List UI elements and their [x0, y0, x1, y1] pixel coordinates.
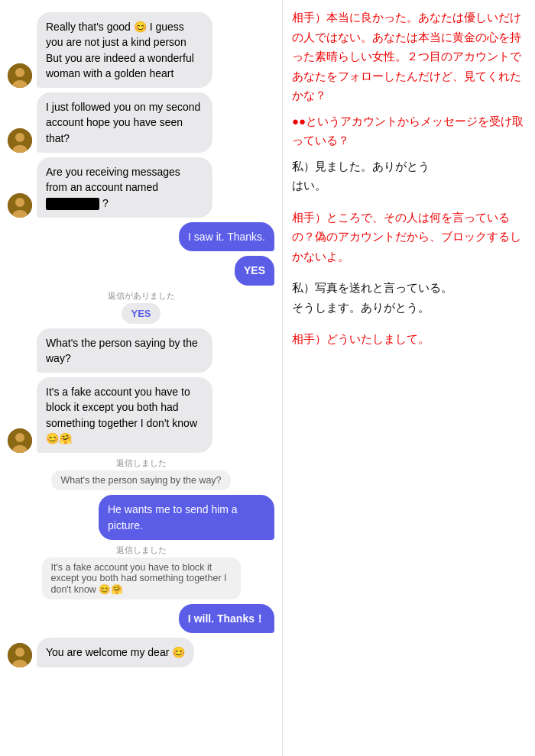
speaker-label: 相手） — [292, 11, 326, 24]
svg-point-13 — [15, 648, 24, 657]
message-row-4: I saw it. Thanks. — [8, 222, 274, 251]
svg-point-7 — [15, 198, 24, 207]
translation-text: そうします。ありがとう。 — [292, 301, 430, 314]
avatar — [8, 193, 32, 218]
translation-text: どういたしまして。 — [326, 332, 430, 345]
translation-text: ところで、その人は何を言っているの？偽のアカウントだから、ブロックするしかないよ… — [292, 211, 521, 263]
question-mark: ? — [102, 197, 109, 209]
message-bubble-yes: YES — [235, 256, 274, 285]
reply-label-3: 返信しました — [8, 544, 274, 556]
reply-label: 返信がありました — [8, 290, 274, 302]
reply-quoted-section-2: It's a fake account you have to block it… — [8, 557, 274, 599]
translation-text: はい。 — [292, 179, 326, 192]
svg-point-10 — [15, 433, 24, 442]
reply-quoted-section: What's the person saying by the way? — [8, 470, 274, 490]
speaker-label: 相手） — [292, 332, 326, 345]
message-bubble: Really that's good 😊 I guess you are not… — [37, 12, 212, 88]
message-row-6: What's the person saying by the way? — [8, 328, 274, 373]
message-row-2: I just followed you on my second account… — [8, 92, 274, 153]
avatar — [8, 128, 32, 153]
message-bubble: What's the person saying by the way? — [37, 328, 212, 373]
redacted-block — [46, 198, 99, 210]
message-row-7: It's a fake account you have to block it… — [8, 377, 274, 453]
speaker-label: 私） — [292, 281, 315, 294]
translation-line-5: 相手）ところで、その人は何を言っているの？偽のアカウントだから、ブロックするしか… — [292, 208, 526, 267]
message-row-5: YES — [8, 256, 274, 285]
message-bubble: I saw it. Thanks. — [179, 222, 274, 251]
translation-text: 写真を送れと言っている。 — [315, 281, 452, 294]
reply-label-2: 返信しました — [8, 457, 274, 469]
svg-point-4 — [15, 133, 24, 142]
message-bubble: It's a fake account you have to block it… — [37, 377, 212, 453]
translation-line-8: 相手）どういたしまして。 — [292, 329, 526, 349]
translation-text: ●●というアカウントからメッセージを受け取っている？ — [292, 115, 524, 147]
translation-line-1: 相手）本当に良かった。あなたは優しいだけの人ではない。あなたは本当に黄金の心を持… — [292, 8, 526, 105]
chat-panel: Really that's good 😊 I guess you are not… — [0, 0, 283, 756]
reply-quoted-msg-2: It's a fake account you have to block it… — [42, 557, 241, 599]
svg-point-1 — [15, 68, 24, 77]
message-row-1: Really that's good 😊 I guess you are not… — [8, 12, 274, 88]
reply-yes-bubble: YES — [122, 303, 160, 324]
translation-line-3: 私）見ました。ありがとう — [292, 157, 526, 176]
speaker-label: 私） — [292, 160, 315, 173]
message-bubble-redacted: Are you receiving messages from an accou… — [37, 157, 212, 218]
message-bubble: He wants me to send him a picture. — [99, 495, 274, 540]
avatar — [8, 643, 32, 667]
speaker-label: 相手） — [292, 211, 326, 224]
translation-line-7: そうします。ありがとう。 — [292, 298, 526, 318]
translation-panel: 相手）本当に良かった。あなたは優しいだけの人ではない。あなたは本当に黄金の心を持… — [283, 0, 535, 756]
translation-text: 見ました。ありがとう — [315, 160, 430, 173]
avatar — [8, 63, 32, 88]
translation-line-4: はい。 — [292, 176, 526, 195]
message-row-3: Are you receiving messages from an accou… — [8, 157, 274, 218]
message-row-8: He wants me to send him a picture. — [8, 495, 274, 540]
reply-quoted-msg: What's the person saying by the way? — [51, 470, 230, 490]
translation-line-6: 私）写真を送れと言っている。 — [292, 278, 526, 298]
message-bubble: You are welcome my dear 😊 — [37, 638, 194, 667]
message-row-10: You are welcome my dear 😊 — [8, 638, 274, 667]
message-bubble-will: I will. Thanks！ — [179, 604, 274, 633]
avatar — [8, 428, 32, 453]
message-row-9: I will. Thanks！ — [8, 604, 274, 633]
message-bubble: I just followed you on my second account… — [37, 92, 212, 153]
translation-line-2: ●●というアカウントからメッセージを受け取っている？ — [292, 111, 526, 150]
reply-indicator: YES — [8, 303, 274, 324]
message-text: Are you receiving messages from an accou… — [46, 166, 180, 193]
translation-text: 本当に良かった。あなたは優しいだけの人ではない。あなたは本当に黄金の心を持った素… — [292, 11, 521, 102]
